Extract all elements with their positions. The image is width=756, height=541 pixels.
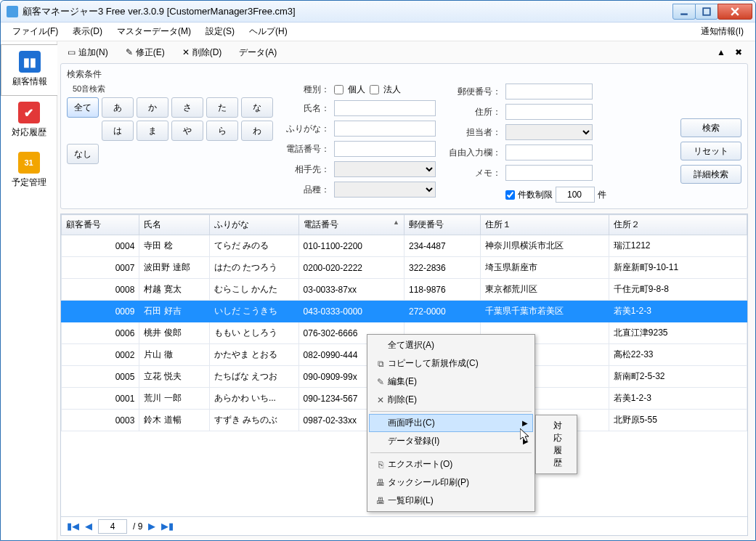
kana-none-button[interactable]: なし — [67, 144, 99, 164]
cell: 0009 — [62, 301, 139, 322]
x-icon: ✕ — [373, 395, 388, 405]
tab-history[interactable]: ✔ 対応履歴 — [1, 96, 57, 146]
dest-label: 相手先： — [286, 163, 330, 176]
ctx-sub-history[interactable]: 対応履歴 — [536, 417, 577, 472]
cell: 北野原5-55 — [609, 410, 747, 431]
limit-input[interactable] — [556, 187, 595, 203]
item-select[interactable] — [334, 182, 436, 198]
cell: 荒川 一郎 — [139, 388, 209, 410]
kana-ha[interactable]: は — [102, 121, 134, 141]
kana-na[interactable]: な — [241, 97, 273, 118]
type-person-checkbox[interactable] — [334, 85, 344, 94]
cell: たちばな えつお — [209, 366, 298, 388]
table-row[interactable]: 0007波田野 達郎はたの たつろう0200-020-2222322-2836埼… — [62, 257, 747, 279]
kana-ya[interactable]: や — [171, 121, 203, 141]
cell: 043-0333-0000 — [298, 301, 404, 322]
cell: 片山 徹 — [139, 344, 209, 366]
col-header[interactable]: 住所２ — [609, 215, 747, 235]
edit-button[interactable]: ✎修正(E) — [121, 45, 169, 60]
ctx-delete[interactable]: ✕削除(E) — [369, 391, 533, 409]
col-header[interactable]: 氏名 — [139, 215, 209, 235]
kana-sa[interactable]: さ — [171, 97, 203, 118]
cell: 0006 — [62, 322, 139, 344]
page-total: / 9 — [133, 521, 142, 532]
kana-ra[interactable]: ら — [206, 121, 238, 141]
menu-help[interactable]: ヘルプ(H) — [242, 23, 295, 40]
search-header: 検索条件 — [67, 68, 741, 81]
free-input[interactable] — [505, 145, 593, 160]
menu-file[interactable]: ファイル(F) — [5, 23, 65, 40]
ctx-data-reg[interactable]: データ登録(I)▶ — [369, 432, 533, 450]
minimize-button[interactable] — [672, 4, 696, 20]
kana-all-button[interactable]: 全て — [67, 97, 99, 118]
table-row[interactable]: 0004寺田 稔てらだ みのる010-1100-2200234-4487神奈川県… — [62, 235, 747, 257]
pager: ▮◀ ◀ / 9 ▶ ▶▮ — [61, 516, 747, 535]
staff-select[interactable] — [505, 124, 593, 140]
cell: 322-2836 — [404, 257, 480, 279]
cell: 千住元町9-8-8 — [609, 279, 747, 301]
page-input[interactable] — [98, 519, 127, 534]
detail-search-button[interactable]: 詳細検索 — [680, 165, 741, 184]
name-input[interactable] — [334, 100, 436, 116]
menu-notice[interactable]: 通知情報(I) — [694, 23, 751, 40]
menu-settings[interactable]: 設定(S) — [198, 23, 242, 40]
tel-input[interactable] — [334, 141, 436, 157]
ctx-list-print[interactable]: 🖶一覧印刷(L) — [369, 492, 533, 510]
cell: 272-0000 — [404, 301, 480, 322]
search-buttons: 検索 リセット 詳細検索 — [680, 118, 741, 184]
table-row[interactable]: 0009石田 好吉いしだ こうきち043-0333-0000272-0000千葉… — [62, 301, 747, 322]
col-header[interactable]: 電話番号 — [298, 215, 404, 235]
pin-icon[interactable]: ▲ — [715, 46, 728, 59]
tab-schedule[interactable]: 31 予定管理 — [1, 146, 57, 196]
ctx-export[interactable]: ⎘エクスポート(O) — [369, 455, 533, 473]
last-page-button[interactable]: ▶▮ — [161, 521, 174, 532]
cell: 若美1-2-3 — [609, 388, 747, 410]
close-button[interactable] — [718, 4, 752, 20]
ctx-tack-print[interactable]: 🖶タックシール印刷(P) — [369, 473, 533, 492]
context-menu: 全て選択(A) ⧉コピーして新規作成(C) ✎編集(E) ✕削除(E) 画面呼出… — [367, 334, 535, 512]
dest-select[interactable] — [334, 161, 436, 177]
delete-button[interactable]: ✕削除(D) — [178, 45, 227, 60]
next-page-button[interactable]: ▶ — [148, 521, 155, 532]
col-header[interactable]: 住所１ — [481, 215, 609, 235]
address-input[interactable] — [505, 104, 593, 120]
menu-master[interactable]: マスターデータ(M) — [110, 23, 198, 40]
kana-ma[interactable]: ま — [137, 121, 168, 141]
cell: 03-0033-87xx — [298, 279, 404, 301]
kana-wa[interactable]: わ — [241, 121, 273, 141]
kana-ta[interactable]: た — [206, 97, 238, 118]
search-panel: 検索条件 50音検索 全て あ か さ た な — [60, 63, 748, 209]
ctx-copy-new[interactable]: ⧉コピーして新規作成(C) — [369, 354, 533, 373]
table-row[interactable]: 0008村越 寛太むらこし かんた03-0033-87xx118-9876東京都… — [62, 279, 747, 301]
memo-input[interactable] — [505, 165, 593, 181]
limit-checkbox[interactable] — [505, 190, 515, 200]
window-title: 顧客マネージャー3 Free ver.3.0.9 [CustomerManage… — [23, 5, 673, 18]
ctx-edit[interactable]: ✎編集(E) — [369, 373, 533, 391]
cell: むらこし かんた — [209, 279, 298, 301]
close-panel-icon[interactable]: ✖ — [732, 46, 745, 59]
ctx-screen-call[interactable]: 画面呼出(C)▶ 対応履歴 — [369, 414, 533, 432]
menu-view[interactable]: 表示(D) — [65, 23, 110, 40]
prev-page-button[interactable]: ◀ — [85, 521, 92, 532]
kana-a[interactable]: あ — [102, 97, 134, 118]
type-company-checkbox[interactable] — [370, 85, 379, 94]
cell: 0001 — [62, 388, 139, 410]
first-page-button[interactable]: ▮◀ — [67, 521, 79, 532]
tab-customer-info[interactable]: ▮▮ 顧客情報 — [1, 44, 57, 96]
furigana-input[interactable] — [334, 121, 436, 137]
submenu-screen-call: 対応履歴 — [535, 415, 577, 474]
reset-button[interactable]: リセット — [680, 142, 741, 160]
col-header[interactable]: 顧客番号 — [62, 215, 139, 235]
col-header[interactable]: 郵便番号 — [404, 215, 480, 235]
cell: てらだ みのる — [209, 235, 298, 257]
data-button[interactable]: データ(A) — [235, 45, 281, 60]
cell: 高松22-33 — [609, 344, 747, 366]
zip-input[interactable] — [505, 84, 593, 99]
search-form-right: 郵便番号： 住所： 担当者： 自由入力欄： メモ： 件数制限 — [449, 84, 607, 203]
kana-ka[interactable]: か — [137, 97, 168, 118]
ctx-select-all[interactable]: 全て選択(A) — [369, 336, 533, 354]
search-button[interactable]: 検索 — [680, 118, 741, 137]
add-button[interactable]: ▭追加(N) — [63, 45, 113, 60]
col-header[interactable]: ふりがな — [209, 215, 298, 235]
maximize-button[interactable] — [695, 4, 718, 20]
